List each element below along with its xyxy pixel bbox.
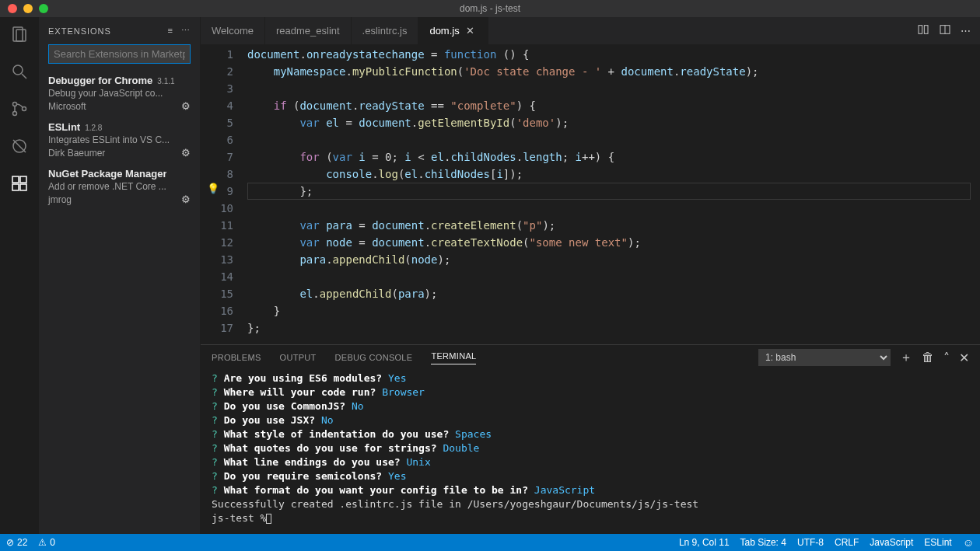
extensions-sidebar: EXTENSIONS ≡ ⋯ Debugger for Chrome3.1.1D… [39, 17, 201, 534]
editor-tab[interactable]: .eslintrc.js [352, 17, 419, 44]
status-encoding[interactable]: UTF-8 [797, 537, 824, 548]
status-tab-size[interactable]: Tab Size: 4 [740, 537, 786, 548]
activity-bar [0, 17, 39, 534]
svg-point-4 [13, 103, 17, 106]
debug-icon[interactable] [9, 135, 30, 157]
editor-tab[interactable]: Welcome [201, 17, 265, 44]
extension-publisher: jmrog [48, 194, 72, 205]
close-panel-icon[interactable]: ✕ [959, 350, 969, 365]
titlebar: dom.js - js-test [0, 0, 980, 17]
extension-name: Debugger for Chrome [48, 75, 152, 86]
traffic-maximize[interactable] [39, 4, 48, 13]
svg-rect-10 [20, 176, 26, 183]
svg-point-5 [13, 112, 17, 116]
tab-label: dom.js [429, 25, 459, 37]
source-control-icon[interactable] [9, 98, 30, 120]
extension-publisher: Microsoft [48, 101, 86, 112]
split-editor-icon[interactable] [939, 23, 951, 38]
panel-tab[interactable]: TERMINAL [431, 351, 476, 364]
extension-desc: Debug your JavaScript co... [48, 88, 191, 99]
traffic-minimize[interactable] [23, 4, 33, 13]
feedback-icon[interactable]: ☺ [963, 536, 974, 549]
tab-label: Welcome [212, 25, 254, 37]
status-language[interactable]: JavaScript [870, 537, 913, 548]
close-icon[interactable]: ✕ [464, 25, 477, 37]
extension-item[interactable]: Debugger for Chrome3.1.1Debug your JavaS… [39, 70, 200, 117]
editor-more-icon[interactable]: ⋯ [961, 25, 971, 37]
panel-tab[interactable]: PROBLEMS [212, 353, 261, 362]
lightbulb-icon[interactable]: 💡 [207, 183, 219, 194]
status-bar: ⊘ 22 ⚠ 0 Ln 9, Col 11 Tab Size: 4 UTF-8 … [0, 534, 980, 551]
svg-rect-9 [12, 176, 19, 183]
status-eol[interactable]: CRLF [835, 537, 859, 548]
svg-rect-13 [919, 26, 922, 34]
extensions-search-input[interactable] [48, 44, 191, 64]
new-terminal-icon[interactable]: ＋ [900, 350, 912, 366]
panel-tabs: PROBLEMSOUTPUTDEBUG CONSOLETERMINAL 1: b… [201, 345, 980, 370]
extension-desc: Add or remove .NET Core ... [48, 181, 191, 192]
extension-publisher: Dirk Baeumer [48, 148, 105, 159]
svg-rect-11 [12, 184, 19, 190]
more-icon[interactable]: ⋯ [181, 26, 191, 36]
extension-desc: Integrates ESLint into VS C... [48, 134, 191, 145]
status-errors[interactable]: ⊘ 22 [6, 537, 27, 548]
extensions-icon[interactable] [9, 173, 30, 194]
traffic-close[interactable] [8, 4, 17, 13]
editor-tab[interactable]: readme_eslint [265, 17, 352, 44]
svg-rect-12 [20, 184, 26, 190]
status-warnings[interactable]: ⚠ 0 [38, 537, 55, 548]
extension-version: 3.1.1 [157, 77, 174, 85]
gear-icon[interactable]: ⚙ [181, 194, 191, 205]
gear-icon[interactable]: ⚙ [181, 147, 191, 159]
code-editor[interactable]: 1234567891011121314151617 document.onrea… [201, 44, 980, 344]
explorer-icon[interactable] [9, 23, 30, 45]
window-title: dom.js - js-test [460, 3, 520, 14]
terminal-output[interactable]: ? Are you using ES6 modules? Yes? Where … [201, 370, 980, 534]
extension-item[interactable]: NuGet Package ManagerAdd or remove .NET … [39, 163, 200, 210]
svg-rect-14 [924, 26, 928, 34]
search-icon[interactable] [9, 61, 30, 82]
terminal-selector[interactable]: 1: bash [758, 349, 891, 366]
extension-item[interactable]: ESLint1.2.8Integrates ESLint into VS C..… [39, 117, 200, 163]
tab-label: readme_eslint [276, 25, 340, 37]
panel-tab[interactable]: DEBUG CONSOLE [335, 353, 413, 362]
tab-label: .eslintrc.js [362, 25, 408, 37]
status-eslint[interactable]: ESLint [924, 537, 951, 548]
svg-point-2 [13, 65, 23, 75]
editor-tabs: Welcomereadme_eslint.eslintrc.jsdom.js✕ … [201, 17, 980, 44]
compare-icon[interactable] [917, 23, 929, 38]
extension-name: ESLint [48, 121, 80, 133]
status-ln-col[interactable]: Ln 9, Col 11 [679, 537, 730, 548]
sidebar-title: EXTENSIONS [48, 26, 111, 36]
gear-icon[interactable]: ⚙ [181, 100, 191, 112]
line-gutter: 1234567891011121314151617 [201, 44, 247, 344]
svg-point-6 [23, 107, 26, 111]
extension-version: 1.2.8 [85, 124, 102, 132]
editor-tab[interactable]: dom.js✕ [418, 17, 488, 44]
filter-icon[interactable]: ≡ [168, 26, 173, 36]
svg-rect-1 [16, 30, 26, 41]
maximize-panel-icon[interactable]: ˄ [943, 350, 950, 365]
panel-tab[interactable]: OUTPUT [280, 353, 317, 362]
kill-terminal-icon[interactable]: 🗑 [922, 350, 934, 364]
extension-name: NuGet Package Manager [48, 168, 166, 180]
svg-line-3 [22, 74, 26, 78]
